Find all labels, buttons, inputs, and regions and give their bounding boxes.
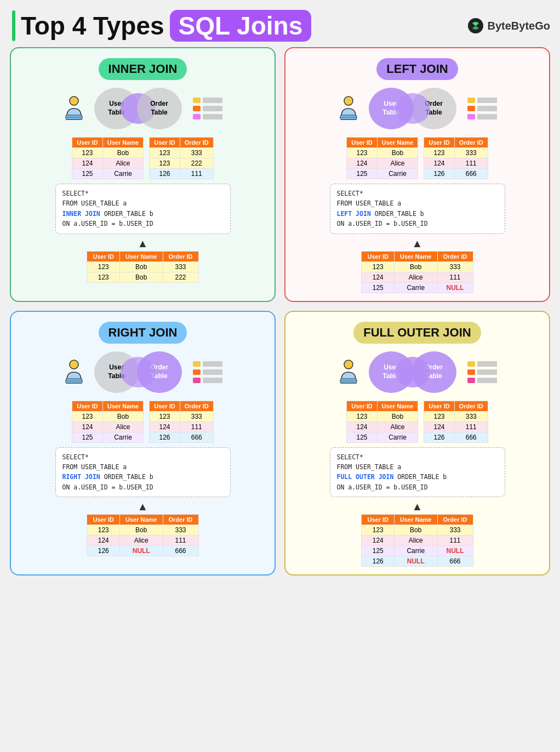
table-row: 125Carrie	[72, 169, 144, 179]
svg-point-9	[70, 360, 78, 369]
page-header: Top 4 Types SQL Joins ByteByteGo	[10, 10, 550, 42]
legend-gray-line-3	[203, 114, 222, 119]
title-part1: Top 4 Types	[21, 11, 164, 41]
full-join-user-table: User ID User Name 123Bob 124Alice 125Car…	[346, 401, 418, 443]
table-row: 123Bob	[347, 411, 418, 421]
brand-name: ByteByteGo	[488, 20, 550, 32]
table-row: 125CarrieNULL	[362, 546, 473, 556]
table-row: 124Alice111	[87, 535, 198, 546]
legend-row-1	[193, 98, 222, 103]
venn-full-overlap	[395, 357, 430, 388]
left-join-result: User ID User Name Order ID 123Bob333 124…	[293, 251, 541, 293]
legend-row-2	[467, 106, 497, 111]
full-join-venn: UserTable OrderTable	[367, 351, 460, 393]
full-join-tables: User ID User Name 123Bob 124Alice 125Car…	[293, 401, 541, 443]
inner-join-user-table: User ID User Name 123Bob 124Alice 125Car…	[72, 137, 144, 179]
legend-row-1	[193, 361, 222, 367]
table-row: 126NULL666	[87, 546, 198, 556]
table-row: 124Alice	[347, 158, 418, 169]
full-join-result-table: User ID User Name Order ID 123Bob333 124…	[361, 514, 473, 567]
page: Top 4 Types SQL Joins ByteByteGo INNER J…	[0, 0, 560, 585]
table-row: 124Alice	[347, 421, 418, 432]
full-join-title: FULL OUTER JOIN	[353, 322, 481, 344]
left-join-user-table: User ID User Name 123Bob 124Alice 125Car…	[346, 137, 418, 179]
right-join-venn-row: UserTable OrderTable	[19, 351, 267, 393]
table-row: 124111	[424, 421, 488, 432]
inner-join-sql: SELECT* FROM USER_TABLE a INNER JOIN ORD…	[55, 184, 231, 234]
left-join-card: LEFT JOIN UserTable	[284, 47, 550, 302]
legend-row-2	[467, 369, 497, 375]
right-join-card: RIGHT JOIN UserTable	[10, 311, 276, 576]
legend-pink	[193, 114, 201, 119]
left-join-legend	[467, 98, 497, 119]
right-join-title: RIGHT JOIN	[99, 322, 187, 344]
page-title: Top 4 Types SQL Joins	[21, 10, 311, 42]
arrow-down-icon: ▲	[293, 237, 541, 250]
inner-join-card: INNER JOIN UserTable	[10, 47, 276, 302]
inner-join-venn: UserTable OrderTable	[92, 88, 185, 129]
table-row: 125Carrie	[347, 432, 418, 442]
table-row: 123333	[424, 148, 488, 158]
table-row: 123333	[424, 411, 488, 421]
brand-logo: ByteByteGo	[467, 18, 550, 34]
table-row: 123222	[150, 158, 214, 169]
legend-row-1	[467, 361, 497, 367]
table-row: 123Bob	[347, 148, 418, 158]
full-join-card: FULL OUTER JOIN UserTable	[284, 311, 550, 576]
inner-join-result: User ID User Name Order ID 123Bob333 123…	[19, 251, 267, 283]
full-join-sql: SELECT* FROM USER_TABLE a FULL OUTER JOI…	[330, 447, 505, 498]
left-join-order-table: User ID Order ID 123333 124111 126666	[424, 137, 488, 179]
table-row: 126111	[150, 169, 214, 179]
legend-row-2	[193, 106, 222, 111]
left-join-venn: UserTable OrderTable	[367, 88, 460, 129]
left-join-title: LEFT JOIN	[376, 58, 458, 80]
person-icon	[64, 95, 84, 122]
sql-keyword: INNER JOIN	[62, 210, 100, 218]
table-row: 123Bob222	[87, 272, 198, 282]
person-icon-right	[64, 359, 84, 385]
green-bar-icon	[12, 10, 15, 41]
arrow-down-icon: ▲	[19, 237, 267, 250]
svg-point-5	[344, 96, 353, 105]
legend-gray-line	[203, 98, 222, 103]
legend-yellow	[467, 98, 475, 103]
table-row: 126666	[424, 169, 488, 179]
inner-join-tables: User ID User Name 123Bob 124Alice 125Car…	[19, 137, 267, 179]
venn-right-circle: OrderTable	[137, 88, 182, 129]
legend-yellow	[193, 98, 201, 103]
table-row: 123Bob333	[87, 525, 198, 535]
svg-point-1	[70, 96, 78, 105]
table-row: 126666	[150, 432, 214, 442]
right-join-result: User ID User Name Order ID 123Bob333 124…	[19, 514, 267, 556]
right-join-user-table: User ID User Name 123Bob 124Alice 125Car…	[72, 401, 144, 443]
table-row: 123333	[150, 411, 214, 421]
table-row: 124Alice111	[362, 272, 473, 282]
venn-right-label: OrderTable	[150, 100, 168, 117]
brand-icon	[467, 18, 484, 34]
left-join-venn-row: UserTable OrderTable	[293, 88, 541, 129]
right-join-result-table: User ID User Name Order ID 123Bob333 124…	[87, 514, 198, 556]
table-row: 124Alice111	[362, 535, 473, 546]
inner-join-venn-row: UserTable OrderTable	[19, 88, 267, 129]
table-row: 125Carrie	[347, 169, 418, 179]
full-join-legend	[467, 361, 497, 383]
table-row: 123Bob333	[362, 261, 473, 272]
right-join-sql: SELECT* FROM USER_TABLE a RIGHT JOIN ORD…	[55, 447, 231, 498]
table-row: 123Bob	[72, 148, 144, 158]
arrow-down-icon: ▲	[293, 500, 541, 513]
svg-point-13	[344, 360, 353, 369]
inner-join-order-table: User ID Order ID 123333 123222 126111	[149, 137, 214, 179]
full-join-order-table: User ID Order ID 123333 124111 126666	[424, 401, 488, 443]
title-sql-joins: SQL Joins	[170, 10, 312, 42]
right-join-tables: User ID User Name 123Bob 124Alice 125Car…	[19, 401, 267, 443]
legend-orange	[467, 106, 475, 111]
right-join-order-table: User ID Order ID 123333 124111 126666	[149, 401, 214, 443]
left-join-tables: User ID User Name 123Bob 124Alice 125Car…	[293, 137, 541, 179]
inner-join-title: INNER JOIN	[99, 58, 187, 80]
sql-keyword-left: LEFT JOIN	[337, 210, 371, 218]
inner-join-result-table: User ID User Name Order ID 123Bob333 123…	[87, 251, 198, 283]
join-cards-grid: INNER JOIN UserTable	[10, 47, 550, 576]
header-left: Top 4 Types SQL Joins	[12, 10, 311, 42]
legend-pink	[467, 114, 475, 119]
left-join-sql: SELECT* FROM USER_TABLE a LEFT JOIN ORDE…	[330, 184, 505, 234]
